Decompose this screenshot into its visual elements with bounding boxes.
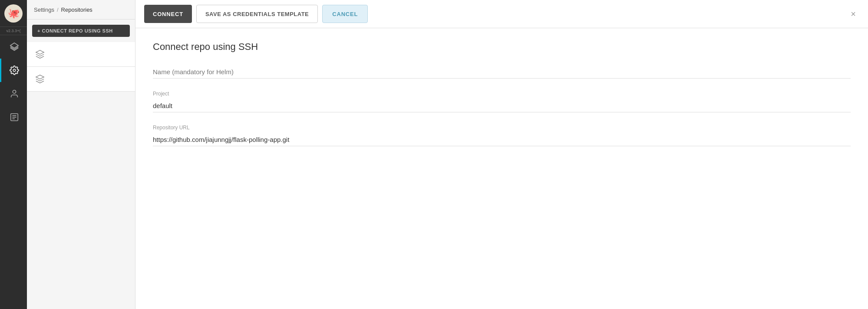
repo-list	[27, 42, 135, 309]
project-value: default	[153, 99, 851, 112]
dialog-body: Connect repo using SSH Project default R…	[135, 28, 868, 309]
connect-repo-button[interactable]: + CONNECT REPO USING SSH	[32, 25, 130, 37]
name-form-group	[153, 66, 851, 79]
left-panel: Settings / Repositories + CONNECT REPO U…	[27, 0, 135, 309]
sidebar-item-user[interactable]	[0, 82, 27, 105]
breadcrumb-separator: /	[57, 7, 59, 13]
list-item[interactable]	[27, 67, 135, 92]
save-credentials-template-button[interactable]: SAVE AS CREDENTIALS TEMPLATE	[196, 5, 318, 23]
breadcrumb-settings[interactable]: Settings	[34, 7, 54, 13]
name-input[interactable]	[153, 66, 851, 79]
sidebar-item-settings[interactable]	[0, 59, 27, 82]
breadcrumb: Settings / Repositories	[27, 0, 135, 20]
repo-icon	[34, 48, 46, 60]
sidebar-logo[interactable]: 🐙	[0, 0, 27, 27]
connect-button[interactable]: CONNECT	[144, 5, 192, 23]
app-layout: 🐙 v2.3.3+(	[0, 0, 868, 309]
repo-url-label: Repository URL	[153, 125, 851, 131]
dialog-overlay: CONNECT SAVE AS CREDENTIALS TEMPLATE CAN…	[135, 0, 868, 309]
project-form-group: Project default	[153, 91, 851, 112]
sidebar-item-layers[interactable]	[0, 35, 27, 59]
sidebar: 🐙 v2.3.3+(	[0, 0, 27, 309]
svg-point-2	[13, 90, 16, 93]
svg-point-1	[13, 69, 16, 72]
project-label: Project	[153, 91, 851, 97]
repo-url-form-group: Repository URL https://github.com/jiajun…	[153, 125, 851, 146]
version-label: v2.3.3+(	[0, 27, 27, 35]
list-item[interactable]	[27, 42, 135, 67]
breadcrumb-repositories: Repositories	[61, 7, 92, 13]
close-button[interactable]: ×	[847, 7, 859, 21]
dialog-header: CONNECT SAVE AS CREDENTIALS TEMPLATE CAN…	[135, 0, 868, 28]
repo-icon	[34, 73, 46, 85]
repo-url-value: https://github.com/jiajunngjj/flask-poll…	[153, 133, 851, 146]
logo-icon: 🐙	[4, 4, 23, 23]
dialog-title: Connect repo using SSH	[153, 41, 851, 53]
sidebar-item-list[interactable]	[0, 105, 27, 129]
cancel-button[interactable]: CANCEL	[322, 5, 368, 23]
